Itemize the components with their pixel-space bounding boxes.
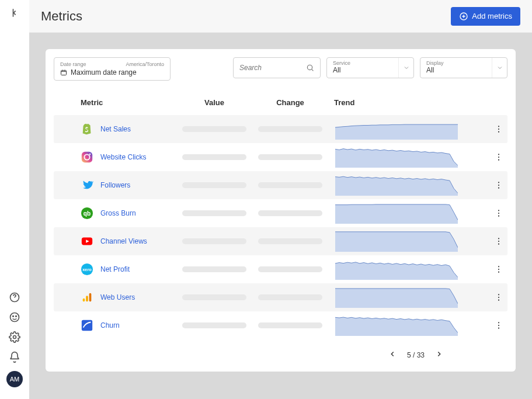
svg-text:xero: xero xyxy=(82,267,92,272)
table-row: Channel Views xyxy=(54,227,507,255)
calendar-icon xyxy=(60,69,67,76)
svg-point-7 xyxy=(307,65,312,70)
svg-point-38 xyxy=(498,297,499,298)
svg-point-28 xyxy=(498,244,499,245)
metric-link[interactable]: Net Sales xyxy=(100,125,131,133)
plus-circle-icon xyxy=(459,12,468,21)
svg-point-39 xyxy=(498,300,499,301)
change-placeholder xyxy=(258,238,322,244)
table-row: Churn xyxy=(54,311,507,339)
next-page-button[interactable] xyxy=(435,350,443,360)
metric-link[interactable]: Website Clicks xyxy=(100,153,146,161)
trend-sparkline xyxy=(335,231,458,252)
xero-icon: xero xyxy=(81,263,93,276)
settings-icon[interactable] xyxy=(9,331,20,343)
svg-point-14 xyxy=(498,154,499,155)
svg-point-16 xyxy=(498,159,499,161)
metric-link[interactable]: Web Users xyxy=(100,293,135,301)
theme-icon[interactable] xyxy=(9,311,20,323)
trend-sparkline xyxy=(335,147,458,168)
youtube-icon xyxy=(81,235,93,248)
search-box[interactable] xyxy=(233,57,321,78)
shopify-icon xyxy=(81,123,93,136)
svg-point-27 xyxy=(498,241,499,242)
twitter-icon xyxy=(81,179,93,192)
row-actions-button[interactable] xyxy=(494,321,503,330)
svg-point-3 xyxy=(16,316,17,317)
value-placeholder xyxy=(182,238,246,244)
svg-point-13 xyxy=(89,154,91,155)
date-range-label: Date range xyxy=(60,61,86,67)
value-placeholder xyxy=(182,154,246,160)
value-placeholder xyxy=(182,294,246,300)
avatar[interactable]: AM xyxy=(6,371,23,387)
notifications-icon[interactable] xyxy=(9,351,20,363)
svg-point-42 xyxy=(498,325,499,326)
search-icon xyxy=(306,63,314,72)
row-actions-button[interactable] xyxy=(494,265,503,274)
service-filter-label: Service xyxy=(333,60,396,66)
row-actions-button[interactable] xyxy=(494,181,503,190)
svg-point-33 xyxy=(498,272,499,273)
metric-link[interactable]: Gross Burn xyxy=(100,209,136,217)
metric-link[interactable]: Channel Views xyxy=(100,237,147,245)
svg-point-41 xyxy=(498,322,499,323)
table-row: qbGross Burn xyxy=(54,199,507,227)
search-input[interactable] xyxy=(239,64,306,72)
add-metrics-button[interactable]: Add metrics xyxy=(451,7,520,26)
date-range-picker[interactable]: Date range America/Toronto Maximum date … xyxy=(54,57,171,81)
value-placeholder xyxy=(182,322,246,328)
row-actions-button[interactable] xyxy=(494,152,503,162)
row-actions-button[interactable] xyxy=(494,293,503,302)
svg-rect-35 xyxy=(86,296,88,301)
table-row: xeroNet Profit xyxy=(54,255,507,283)
page-title: Metrics xyxy=(41,9,82,24)
row-actions-button[interactable] xyxy=(494,209,503,218)
instagram-icon xyxy=(81,151,93,164)
display-filter-label: Display xyxy=(426,60,489,66)
change-placeholder xyxy=(258,154,322,160)
table-header: Metric Value Change Trend xyxy=(54,91,507,115)
col-trend: Trend xyxy=(328,98,363,107)
change-placeholder xyxy=(258,322,322,328)
add-metrics-label: Add metrics xyxy=(472,12,512,20)
table-row: Web Users xyxy=(54,283,507,311)
date-range-value: Maximum date range xyxy=(71,68,137,77)
row-actions-button[interactable] xyxy=(494,124,503,134)
svg-point-22 xyxy=(498,210,499,211)
metric-link[interactable]: Churn xyxy=(100,321,120,329)
svg-point-32 xyxy=(498,269,499,270)
svg-point-26 xyxy=(498,238,499,239)
display-filter[interactable]: Display All xyxy=(420,57,507,78)
table-row: Followers xyxy=(54,171,507,199)
ga-icon xyxy=(81,291,93,304)
trend-sparkline xyxy=(335,119,458,140)
metric-link[interactable]: Net Profit xyxy=(100,265,130,273)
value-placeholder xyxy=(182,126,246,132)
service-filter[interactable]: Service All xyxy=(326,57,414,78)
svg-point-37 xyxy=(498,294,499,295)
svg-point-9 xyxy=(498,129,499,130)
trend-sparkline xyxy=(335,287,458,308)
service-filter-value: All xyxy=(333,66,396,74)
page-indicator: 5 / 33 xyxy=(407,351,425,359)
svg-point-18 xyxy=(498,185,499,186)
col-metric: Metric xyxy=(54,98,176,107)
value-placeholder xyxy=(182,210,246,216)
row-actions-button[interactable] xyxy=(494,237,503,246)
svg-point-17 xyxy=(498,182,499,183)
value-placeholder xyxy=(182,266,246,272)
collapse-icon[interactable] xyxy=(9,7,20,19)
svg-point-31 xyxy=(498,266,499,267)
svg-point-23 xyxy=(498,213,499,214)
change-placeholder xyxy=(258,182,322,188)
svg-point-2 xyxy=(13,316,14,317)
svg-point-24 xyxy=(498,216,499,217)
display-filter-value: All xyxy=(426,66,489,74)
metric-link[interactable]: Followers xyxy=(100,181,130,189)
change-placeholder xyxy=(258,266,322,272)
help-icon[interactable] xyxy=(9,292,20,303)
prev-page-button[interactable] xyxy=(388,350,397,360)
chevron-down-icon xyxy=(492,58,507,78)
trend-sparkline xyxy=(335,175,458,196)
